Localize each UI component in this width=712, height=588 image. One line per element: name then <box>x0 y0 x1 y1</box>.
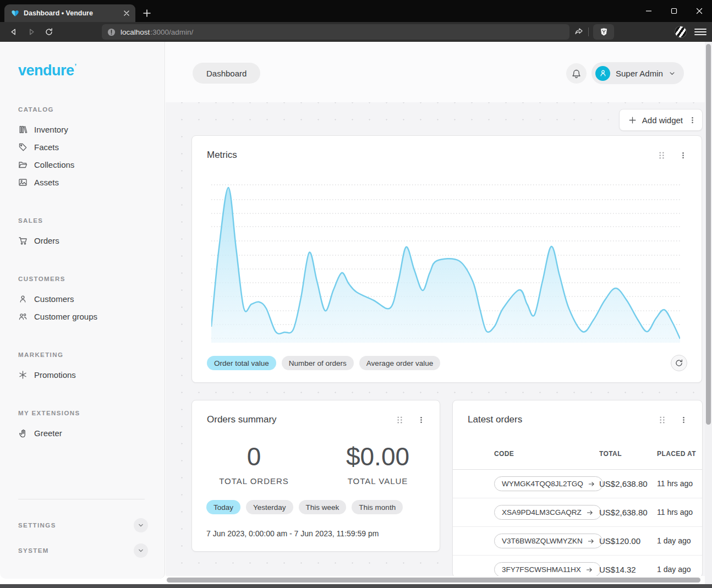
latest-orders-title: Latest orders <box>468 414 658 425</box>
brave-shield-icon[interactable] <box>593 24 614 40</box>
table-row: 3FY7FSCWSHMA11HX US$14.32 1 day ago <box>453 556 702 576</box>
order-placed-at: 1 day ago <box>657 565 702 574</box>
user-icon <box>18 294 28 304</box>
sidebar-item-label: Promotions <box>34 370 76 380</box>
range-chip-this-month[interactable]: This month <box>352 500 403 514</box>
back-button[interactable] <box>8 26 20 38</box>
order-code-link[interactable]: WYMGK4TQQ8JL2TGQ <box>494 476 603 491</box>
window-bottom-edge <box>0 584 712 588</box>
section-label: CUSTOMERS <box>18 276 165 282</box>
window-maximize-button[interactable] <box>661 0 687 22</box>
vertical-scrollbar-thumb[interactable] <box>706 44 711 425</box>
range-chip-this-week[interactable]: This week <box>299 500 347 514</box>
latest-orders-table: CODETOTALPLACED AT WYMGK4TQQ8JL2TGQ US$2… <box>453 450 702 576</box>
chevron-down-icon <box>138 547 144 554</box>
window-minimize-button[interactable] <box>636 0 661 22</box>
refresh-icon <box>675 359 683 367</box>
drag-handle-icon[interactable] <box>658 415 666 425</box>
new-tab-button[interactable] <box>139 6 155 21</box>
sidebar-item-label: Orders <box>34 236 59 245</box>
arrow-right-icon <box>588 480 595 488</box>
sidebar-item-collections[interactable]: Collections <box>18 156 165 173</box>
metric-tab-number-of-orders[interactable]: Number of orders <box>282 356 354 370</box>
widget-menu-icon[interactable] <box>680 415 688 425</box>
order-total: US$2,638.80 <box>599 508 657 517</box>
breadcrumb[interactable]: Dashboard <box>193 63 260 84</box>
sidebar-item-facets[interactable]: Facets <box>18 138 165 156</box>
sidebar-item-inventory[interactable]: Inventory <box>18 120 165 138</box>
chevron-down-icon <box>669 70 676 77</box>
browser-profile-avatar[interactable] <box>675 26 687 38</box>
orders-summary-widget: Orders summary 0 TOTAL ORDERS $0.00 TOTA… <box>191 400 440 552</box>
sidebar-item-label: Collections <box>34 160 74 169</box>
table-header: CODETOTALPLACED AT <box>453 450 702 470</box>
plus-icon <box>628 116 637 124</box>
hand-icon <box>18 428 28 438</box>
address-bar[interactable]: localhost:3000/admin/ <box>102 24 569 40</box>
browser-titlebar: Dashboard • Vendure <box>0 0 712 22</box>
vertical-scrollbar[interactable] <box>705 42 712 584</box>
add-widget-button[interactable]: Add widget <box>619 109 703 131</box>
column-header-placed-at: PLACED AT <box>657 450 702 458</box>
sidebar-section-marketing: MARKETINGPromotions <box>0 351 165 383</box>
sidebar-item-assets[interactable]: Assets <box>18 173 165 191</box>
horizontal-scrollbar[interactable] <box>166 576 705 584</box>
table-row: XSA9PD4LM3CGAQRZ US$2,638.80 11 hrs ago <box>453 498 702 527</box>
metric-tab-order-total-value[interactable]: Order total value <box>207 356 276 370</box>
group-label: SETTINGS <box>18 522 56 529</box>
date-range-text: 7 Jun 2023, 0:00:00 am - 7 Jun 2023, 11:… <box>206 529 440 538</box>
toolbar-divider <box>588 28 589 36</box>
metric-tab-average-order-value[interactable]: Average order value <box>359 356 440 370</box>
notifications-button[interactable] <box>566 63 587 84</box>
sidebar-item-orders[interactable]: Orders <box>18 232 165 249</box>
order-total: US$14.32 <box>599 565 657 574</box>
sidebar-item-customer-groups[interactable]: Customer groups <box>18 307 165 325</box>
vendure-admin-app: vendure’ CATALOGInventoryFacetsCollectio… <box>0 42 712 584</box>
tab-close-icon[interactable] <box>121 8 132 19</box>
stat-value: $0.00 <box>316 442 440 471</box>
image-icon <box>18 178 28 187</box>
refresh-button[interactable] <box>671 355 687 371</box>
drag-handle-icon[interactable] <box>396 415 404 425</box>
add-widget-menu-icon[interactable] <box>688 116 697 124</box>
section-label: MY EXTENSIONS <box>18 410 165 416</box>
drag-handle-icon[interactable] <box>658 151 666 160</box>
expand-button[interactable] <box>134 543 148 558</box>
site-info-icon[interactable] <box>107 28 116 36</box>
sidebar-group-settings[interactable]: SETTINGS <box>18 513 148 538</box>
user-avatar <box>595 66 610 81</box>
order-code-link[interactable]: 3FY7FSCWSHMA11HX <box>494 562 601 576</box>
metrics-tabs: Order total valueNumber of ordersAverage… <box>207 356 702 370</box>
range-chip-today[interactable]: Today <box>206 500 240 514</box>
widget-menu-icon[interactable] <box>679 151 687 160</box>
order-placed-at: 11 hrs ago <box>657 479 702 488</box>
browser-tab[interactable]: Dashboard • Vendure <box>4 4 135 22</box>
browser-menu-icon[interactable] <box>694 26 706 38</box>
share-icon[interactable] <box>574 26 584 38</box>
table-row: V3T6BW8ZQLWMYZKN US$120.00 1 day ago <box>453 527 702 556</box>
sidebar-item-greeter[interactable]: Greeter <box>18 424 165 442</box>
table-row: WYMGK4TQQ8JL2TGQ US$2,638.80 11 hrs ago <box>453 470 702 498</box>
expand-button[interactable] <box>134 518 148 532</box>
vendure-logo-icon <box>11 9 19 18</box>
widget-menu-icon[interactable] <box>417 415 425 425</box>
window-close-button[interactable] <box>687 0 712 22</box>
reload-button[interactable] <box>43 26 55 38</box>
column-header-total: TOTAL <box>599 450 657 458</box>
dashboard-content: Add widget Metrics Order total valueNumb… <box>166 102 705 576</box>
forward-button[interactable] <box>25 26 37 38</box>
url-path: :3000/admin/ <box>150 28 193 36</box>
sidebar-item-label: Greeter <box>34 428 62 438</box>
user-menu[interactable]: Super Admin <box>591 62 684 84</box>
range-chip-yesterday[interactable]: Yesterday <box>246 500 293 514</box>
sidebar-group-system[interactable]: SYSTEM <box>18 538 148 563</box>
section-label: CATALOG <box>18 106 165 113</box>
sidebar-item-customers[interactable]: Customers <box>18 290 165 307</box>
order-code-link[interactable]: XSA9PD4LM3CGAQRZ <box>494 505 601 520</box>
order-code-link[interactable]: V3T6BW8ZQLWMYZKN <box>494 534 603 548</box>
sidebar-item-label: Customers <box>34 294 74 304</box>
stat-value: 0 <box>192 442 316 471</box>
sidebar-item-promotions[interactable]: Promotions <box>18 366 165 383</box>
arrow-right-icon <box>586 509 594 516</box>
horizontal-scrollbar-thumb[interactable] <box>167 578 700 582</box>
